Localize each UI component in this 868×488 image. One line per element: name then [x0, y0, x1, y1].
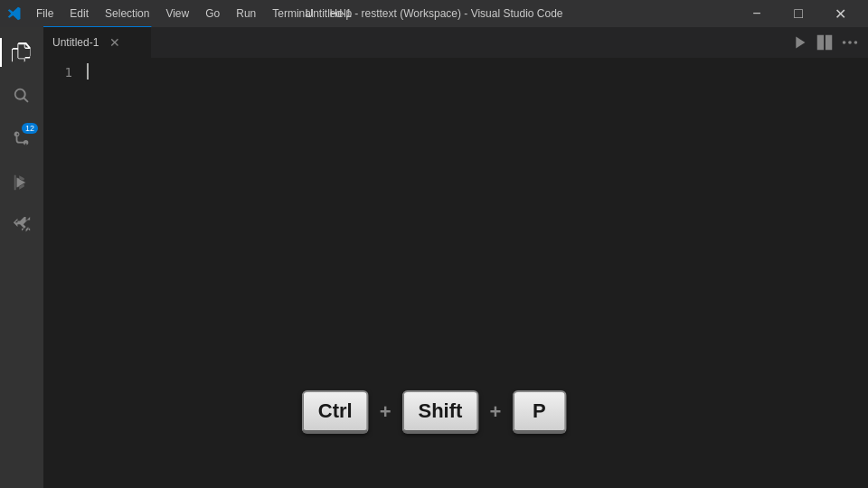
titlebar: File Edit Selection View Go Run Terminal…: [0, 0, 868, 27]
menu-go[interactable]: Go: [198, 5, 227, 22]
menu-file[interactable]: File: [29, 5, 61, 22]
tab-close-button[interactable]: ✕: [108, 35, 122, 50]
text-cursor: [87, 63, 89, 80]
vscode-icon: [7, 6, 22, 21]
titlebar-controls: − □ ✕: [736, 0, 861, 27]
menu-run[interactable]: Run: [229, 5, 263, 22]
split-editor-icon: [815, 33, 835, 52]
run-icon: [12, 173, 32, 192]
sidebar-item-extensions[interactable]: [0, 204, 43, 248]
svg-point-1: [848, 41, 852, 44]
minimize-button[interactable]: −: [736, 0, 778, 27]
run-action-button[interactable]: [788, 32, 810, 53]
more-actions-icon: [840, 33, 860, 52]
source-control-badge: 12: [22, 123, 38, 134]
svg-point-0: [843, 41, 846, 44]
sidebar-item-run[interactable]: [0, 161, 43, 204]
sidebar-item-search[interactable]: [0, 74, 43, 117]
tab-untitled-1[interactable]: Untitled-1 ✕: [43, 26, 152, 58]
line-number-1: 1: [43, 62, 72, 82]
code-area[interactable]: [80, 59, 868, 488]
menu-view[interactable]: View: [158, 5, 196, 22]
split-editor-button[interactable]: [814, 32, 835, 53]
menu-edit[interactable]: Edit: [62, 5, 96, 22]
close-button[interactable]: ✕: [819, 0, 861, 27]
tab-actions: [788, 26, 868, 58]
menu-selection[interactable]: Selection: [98, 5, 156, 22]
extensions-icon: [12, 216, 32, 236]
tab-bar: Untitled-1 ✕: [43, 27, 868, 59]
search-icon: [12, 86, 32, 106]
sidebar-item-source-control[interactable]: 12: [0, 117, 43, 161]
tab-label: Untitled-1: [52, 36, 99, 49]
maximize-button[interactable]: □: [778, 0, 819, 27]
line-numbers: 1: [43, 59, 80, 488]
svg-point-2: [854, 41, 858, 44]
run-action-icon: [789, 33, 809, 52]
editor[interactable]: 1: [43, 59, 868, 488]
titlebar-title: Untitled-1 - resttext (Workspace) - Visu…: [305, 7, 562, 20]
activity-bar: 12: [0, 27, 43, 488]
more-actions-button[interactable]: [839, 32, 861, 53]
files-icon: [12, 42, 32, 62]
sidebar-item-explorer[interactable]: [0, 31, 43, 74]
